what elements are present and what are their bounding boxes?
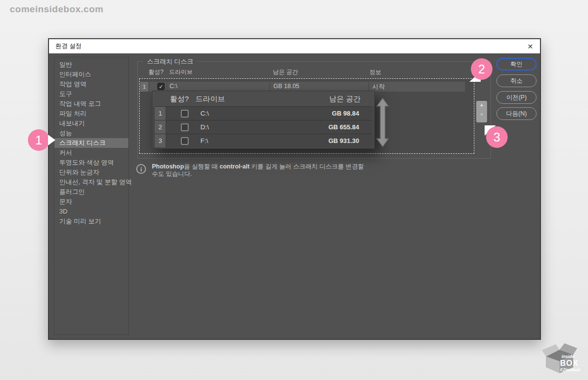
info-cell: 시작: [372, 83, 385, 91]
zoomed-table-overlay: 활성? 드라이브 남은 공간 1 C:\ GB 98.84 2 D:\ GB 6…: [152, 91, 375, 149]
drive-cell: C:\: [170, 83, 177, 90]
sidebar-item-file-handling[interactable]: 파일 처리: [54, 109, 128, 119]
logo-text-ezmanual: EZmanual: [560, 367, 580, 372]
column-divider: [270, 82, 270, 92]
row-reorder-control: ▲ ▼: [476, 101, 487, 122]
column-divider: [368, 82, 369, 92]
row-number: 2: [155, 120, 166, 134]
active-checkbox[interactable]: ✓: [157, 83, 165, 90]
sidebar-item-general[interactable]: 일반: [54, 60, 128, 70]
prev-button[interactable]: 이전(P): [496, 91, 537, 104]
sidebar-item-workspace[interactable]: 작업 영역: [54, 79, 128, 89]
column-header-free-space: 남은 공간: [273, 68, 298, 76]
drive-cell: D:\: [200, 123, 209, 131]
annotation-marker-3: 3: [486, 126, 508, 148]
row-number: 1: [140, 82, 149, 92]
sidebar-item-scratch-disks[interactable]: 스크래치 디스크: [54, 138, 128, 148]
hint-text: Photoshop을 실행할 때 control-alt 키를 길게 눌러 스크…: [152, 163, 387, 178]
sidebar-item-type[interactable]: 문자: [54, 197, 128, 207]
free-space-cell: GB 655.84: [328, 123, 359, 131]
free-space-cell: GB 98.84: [332, 110, 359, 117]
table-row[interactable]: 1 ✓ C:\ GB 18.05 시작: [140, 82, 465, 92]
sidebar-item-transparency-gamut[interactable]: 투명도와 색상 영역: [54, 158, 128, 167]
overlay-column-drive: 드라이브: [196, 95, 225, 104]
sidebar-item-interface[interactable]: 인터페이스: [54, 70, 128, 79]
ok-button[interactable]: 확인: [496, 58, 537, 71]
group-title: 스크래치 디스크: [144, 57, 197, 66]
overlay-rows: 1 C:\ GB 98.84 2 D:\ GB 655.84 3 F:\ GB …: [155, 106, 372, 147]
column-divider: [167, 82, 167, 92]
overlay-row: 3 F:\ GB 931.30: [155, 134, 372, 147]
column-header-drive: 드라이브: [169, 68, 193, 76]
vertical-drag-arrow-icon: [376, 98, 389, 147]
close-icon[interactable]: ✕: [525, 41, 536, 52]
dialog-body: 일반 인터페이스 작업 영역 도구 작업 내역 로그 파일 처리 내보내기 성능…: [49, 53, 540, 339]
hint-line-2: 수도 있습니다.: [152, 170, 387, 178]
sidebar-item-tools[interactable]: 도구: [54, 89, 128, 99]
drive-cell: C:\: [200, 110, 209, 117]
move-up-icon[interactable]: ▲: [476, 102, 487, 113]
move-down-icon[interactable]: ▼: [476, 112, 487, 123]
sidebar-item-cursors[interactable]: 커서: [54, 148, 128, 158]
sidebar-item-export[interactable]: 내보내기: [54, 119, 128, 128]
overlay-column-active: 활성?: [170, 95, 189, 104]
logo-text-inside: inside: [562, 354, 574, 359]
active-checkbox: [181, 110, 189, 118]
sidebar-item-performance[interactable]: 성능: [54, 128, 128, 138]
overlay-row: 1 C:\ GB 98.84: [155, 106, 372, 120]
sidebar-item-plugins[interactable]: 플러그인: [54, 187, 128, 197]
insidebox-logo: inside BOX EZmanual: [537, 342, 584, 376]
preferences-dialog: 환경 설정 ✕ 일반 인터페이스 작업 영역 도구 작업 내역 로그 파일 처리…: [48, 38, 541, 340]
column-header-info: 정보: [369, 68, 381, 76]
sidebar-item-history-log[interactable]: 작업 내역 로그: [54, 99, 128, 109]
free-space-cell: GB 18.05: [273, 83, 299, 90]
overlay-column-free-space: 남은 공간: [329, 95, 361, 104]
sidebar-item-guides-grid-slices[interactable]: 안내선, 격자 및 분할 영역: [54, 177, 128, 187]
info-icon: i: [136, 164, 146, 174]
active-checkbox: [181, 123, 189, 131]
annotation-marker-1: 1: [28, 129, 49, 151]
active-checkbox: [181, 137, 189, 145]
sidebar-item-3d[interactable]: 3D: [54, 207, 128, 216]
site-watermark: comeinsidebox.com: [10, 4, 103, 15]
row-number: 1: [155, 107, 166, 120]
row-number: 3: [155, 134, 166, 147]
free-space-cell: GB 931.30: [328, 137, 359, 144]
sidebar-item-units-rulers[interactable]: 단위와 눈금자: [54, 167, 128, 177]
next-button[interactable]: 다음(N): [496, 107, 537, 120]
dialog-titlebar: 환경 설정 ✕: [49, 39, 540, 53]
preferences-nav: 일반 인터페이스 작업 영역 도구 작업 내역 로그 파일 처리 내보내기 성능…: [54, 57, 129, 335]
logo-text-box: BOX: [560, 359, 579, 367]
overlay-row: 2 D:\ GB 655.84: [155, 120, 372, 134]
cancel-button[interactable]: 취소: [496, 74, 537, 87]
sidebar-item-tech-previews[interactable]: 기술 미리 보기: [54, 216, 128, 226]
hint-line-1: Photoshop을 실행할 때 control-alt 키를 길게 눌러 스크…: [152, 163, 387, 170]
overlay-header: 활성? 드라이브 남은 공간: [152, 91, 374, 106]
column-header-active: 활성?: [148, 68, 164, 76]
annotation-marker-2: 2: [471, 58, 492, 80]
drive-cell: F:\: [200, 137, 208, 144]
dialog-title: 환경 설정: [49, 42, 81, 50]
